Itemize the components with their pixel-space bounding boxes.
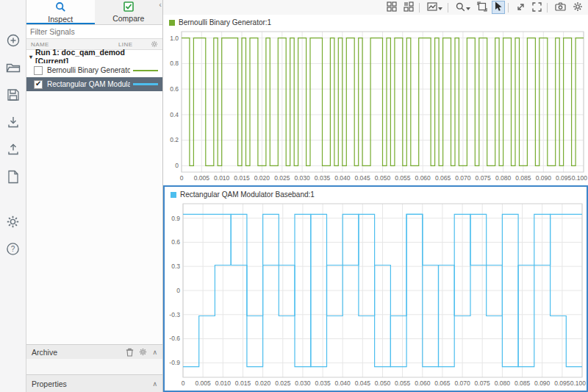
zoom-icon: [456, 2, 465, 13]
tab-inspect[interactable]: Inspect: [26, 0, 95, 24]
svg-text:0.045: 0.045: [355, 379, 371, 387]
fit-to-view-button[interactable]: [475, 1, 490, 14]
open-button[interactable]: [4, 58, 23, 77]
filter-signals-row: [26, 25, 162, 39]
column-line-header[interactable]: LINE: [118, 41, 149, 48]
help-button[interactable]: ?: [4, 239, 23, 258]
svg-text:0.085: 0.085: [515, 174, 531, 182]
collapse-archive-icon[interactable]: ∧: [152, 349, 157, 356]
zoom-dropdown-button[interactable]: [453, 1, 473, 14]
save-icon: [7, 88, 20, 101]
layout-chooser-icon: [404, 1, 414, 13]
signal-row-bernoulli[interactable]: Bernoulli Binary Generator:1: [26, 63, 162, 77]
svg-text:0.9: 0.9: [171, 215, 180, 222]
signal-label: Rectangular QAM Modulator Bas: [47, 80, 130, 88]
chevron-down-icon: [466, 3, 470, 12]
visualization-dropdown-button[interactable]: [425, 1, 445, 14]
chevron-down-icon: [438, 3, 442, 12]
plot-legend: Rectangular QAM Modulator Baseband:1: [165, 187, 587, 199]
trash-icon[interactable]: [126, 348, 134, 357]
report-button[interactable]: [4, 167, 23, 186]
svg-text:-0.6: -0.6: [169, 335, 180, 342]
layout-chooser-button[interactable]: [401, 1, 416, 14]
svg-text:0.060: 0.060: [415, 174, 431, 182]
qam-chart-area[interactable]: 0.90.60.30-0.3-0.6-0.900.0050.0100.0150.…: [165, 199, 587, 391]
svg-text:0: 0: [182, 379, 185, 387]
toolbar-separator: [508, 3, 509, 13]
import-button[interactable]: [4, 113, 23, 132]
legend-label: Bernoulli Binary Generator:1: [179, 18, 271, 26]
snapshot-button[interactable]: [553, 1, 568, 14]
export-icon: [7, 143, 20, 156]
left-icon-strip: ?: [0, 0, 26, 392]
archive-section-header[interactable]: Archive ∧: [26, 344, 162, 359]
svg-text:0.050: 0.050: [375, 379, 391, 387]
save-button[interactable]: [4, 85, 23, 104]
tab-compare-label: Compare: [112, 14, 144, 23]
svg-text:0.100: 0.100: [572, 174, 588, 182]
layout-grid-button[interactable]: [384, 1, 399, 14]
pointer-tool-button[interactable]: [492, 1, 505, 14]
svg-text:0.010: 0.010: [215, 379, 232, 387]
fullscreen-icon: [532, 2, 542, 13]
svg-text:0.100: 0.100: [570, 379, 587, 387]
settings-gear-icon: [573, 1, 583, 13]
svg-text:0.075: 0.075: [475, 379, 491, 387]
signals-panel: Inspect Compare ‹ NAME LINE ▾ Run 1: doc…: [26, 0, 163, 392]
signal-line-swatch: [133, 70, 158, 71]
plot-bernoulli[interactable]: Bernoulli Binary Generator:1 1.00.80.60.…: [163, 15, 588, 185]
svg-text:0.020: 0.020: [254, 174, 270, 182]
svg-text:1.0: 1.0: [170, 35, 179, 42]
compare-check-icon: [123, 1, 134, 13]
svg-text:0.085: 0.085: [514, 379, 531, 387]
import-icon: [7, 115, 20, 129]
properties-section-header[interactable]: Properties ∧: [26, 374, 162, 392]
preferences-button[interactable]: [4, 212, 23, 231]
run-group-row[interactable]: ▾ Run 1: doc_qam_demod [Current]: [26, 50, 162, 63]
svg-text:-0.3: -0.3: [169, 311, 180, 318]
svg-text:0.040: 0.040: [334, 174, 351, 182]
expand-arrows-icon: [516, 2, 526, 13]
svg-text:0.6: 0.6: [171, 238, 180, 246]
column-name-header[interactable]: NAME: [31, 41, 118, 48]
svg-text:0.075: 0.075: [476, 174, 492, 182]
export-button[interactable]: [4, 140, 23, 159]
signal-checkbox[interactable]: [34, 66, 43, 75]
svg-text:0.005: 0.005: [194, 174, 210, 182]
search-icon: [55, 1, 66, 14]
help-icon: ?: [6, 242, 20, 256]
plot-qam[interactable]: Rectangular QAM Modulator Baseband:1 0.9…: [163, 185, 588, 392]
signal-label: Bernoulli Binary Generator:1: [47, 66, 130, 74]
legend-label: Rectangular QAM Modulator Baseband:1: [180, 190, 315, 199]
signal-list-empty-area: [26, 91, 162, 344]
svg-text:0.095: 0.095: [554, 379, 570, 387]
svg-text:0: 0: [180, 174, 184, 182]
add-icon: [6, 33, 21, 48]
expand-plot-button[interactable]: [514, 1, 528, 14]
svg-text:0.6: 0.6: [170, 85, 179, 93]
column-settings-button[interactable]: [149, 40, 158, 48]
toolbar-separator: [419, 3, 420, 13]
legend-color-swatch: [169, 20, 175, 26]
add-button[interactable]: [4, 31, 23, 50]
collapse-panel-icon[interactable]: ‹: [159, 0, 162, 9]
svg-text:0.8: 0.8: [170, 60, 179, 67]
archive-empty-list: [26, 359, 162, 374]
svg-text:0.070: 0.070: [454, 379, 470, 387]
collapse-properties-icon[interactable]: ∧: [152, 380, 157, 388]
svg-text:0.020: 0.020: [255, 379, 271, 387]
svg-text:0.080: 0.080: [495, 379, 511, 387]
tab-inspect-label: Inspect: [48, 15, 73, 24]
plot-settings-button[interactable]: [570, 1, 585, 14]
signal-checkbox[interactable]: [34, 80, 43, 89]
filter-signals-input[interactable]: [30, 26, 159, 38]
fullscreen-button[interactable]: [530, 1, 544, 14]
svg-text:0.065: 0.065: [434, 379, 451, 387]
tab-compare[interactable]: Compare: [95, 0, 163, 24]
signal-row-qam[interactable]: Rectangular QAM Modulator Bas: [26, 77, 162, 91]
archive-settings-gear-icon[interactable]: [139, 348, 147, 356]
bernoulli-chart-area[interactable]: 1.00.80.60.40.2000.0050.0100.0150.0200.0…: [163, 27, 588, 185]
open-folder-icon: [6, 62, 21, 74]
plot-legend: Bernoulli Binary Generator:1: [163, 15, 588, 27]
collapse-run-icon[interactable]: ▾: [29, 54, 32, 60]
